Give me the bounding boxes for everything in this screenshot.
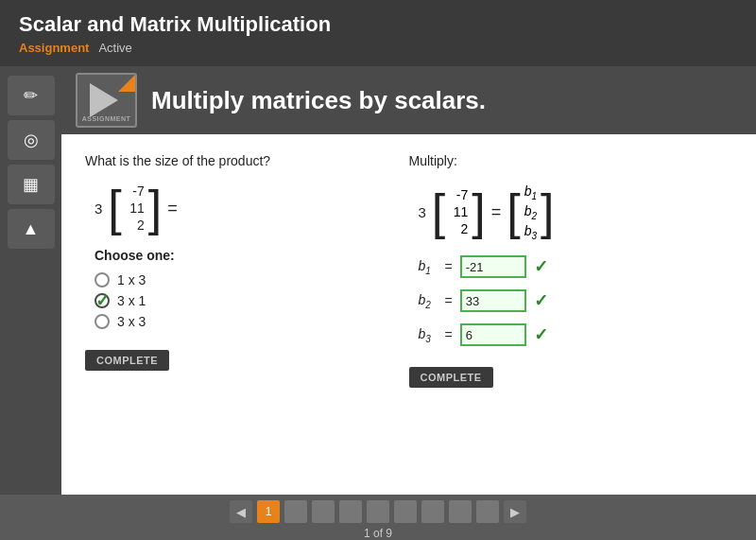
b3-label: b3 xyxy=(524,223,537,241)
page-title: Scalar and Matrix Multiplication xyxy=(19,12,331,37)
left-problem: What is the size of the product? 3 [ -7 … xyxy=(85,153,409,482)
choice-row-3[interactable]: 3 x 3 xyxy=(94,314,409,329)
right-matrix-bracket: [ -7 11 2 ] xyxy=(432,183,486,240)
b-matrix-values: b1 b2 b3 xyxy=(521,180,541,244)
b2-input[interactable] xyxy=(460,289,526,312)
right-problem: Multiply: 3 [ -7 11 2 ] = [ b1 xyxy=(409,153,733,482)
multiply-expression: 3 [ -7 11 2 ] = [ b1 b2 b3 xyxy=(419,180,733,244)
top-bar: Scalar and Matrix Multiplication Assignm… xyxy=(0,0,756,66)
choices-container: Choose one: 1 x 3 ✓ 3 x 1 3 x 3 xyxy=(94,248,409,329)
prev-page-button[interactable]: ◀ xyxy=(230,500,252,523)
b3-check-icon: ✓ xyxy=(534,324,548,345)
left-bracket: [ xyxy=(108,183,121,233)
b-matrix-bracket: [ b1 b2 b3 ] xyxy=(507,180,554,244)
page-1-button[interactable]: 1 xyxy=(257,500,280,523)
page-8-button[interactable] xyxy=(449,500,472,523)
choice-label-3x3: 3 x 3 xyxy=(117,314,146,329)
right-complete-button[interactable]: COMPLETE xyxy=(409,367,493,388)
right-matrix-values: -7 11 2 xyxy=(445,183,472,240)
b1-equals: = xyxy=(445,259,453,274)
edit-button[interactable]: ✏ xyxy=(8,76,55,115)
page-indicator: 1 of 9 xyxy=(364,527,392,540)
sidebar: ✏ ◎ ▦ ▲ xyxy=(0,66,61,540)
b2-equals: = xyxy=(445,293,453,308)
b3-input-row: b3 = ✓ xyxy=(419,323,733,346)
b1-input-label: b1 xyxy=(419,258,438,276)
assignment-icon-label: ASSIGNMENT xyxy=(82,115,131,122)
radio-check: ✓ xyxy=(95,290,110,311)
top-bar-text: Scalar and Matrix Multiplication Assignm… xyxy=(19,12,331,55)
page-6-button[interactable] xyxy=(394,500,417,523)
choice-row-1[interactable]: 1 x 3 xyxy=(94,272,409,287)
bottom-navigation: ◀ 1 ▶ 1 of 9 xyxy=(0,495,756,540)
banner-title: Multiply matrices by scalars. xyxy=(151,86,486,115)
b1-label: b1 xyxy=(524,183,537,201)
b3-input[interactable] xyxy=(460,323,526,346)
page-4-button[interactable] xyxy=(339,500,362,523)
b1-input-row: b1 = ✓ xyxy=(419,255,733,278)
choice-header: Choose one: xyxy=(94,248,409,263)
b2-input-label: b2 xyxy=(419,292,438,310)
page-3-button[interactable] xyxy=(312,500,335,523)
audio-button[interactable]: ◎ xyxy=(8,120,55,160)
matrix-expression: 3 [ -7 11 2 ] = xyxy=(94,180,409,236)
question-label: What is the size of the product? xyxy=(85,153,409,168)
matrix-values: -7 11 2 xyxy=(122,180,148,236)
next-page-button[interactable]: ▶ xyxy=(504,500,526,523)
equals-sign: = xyxy=(167,199,178,218)
b2-input-row: b2 = ✓ xyxy=(419,289,733,312)
matrix-bracket: [ -7 11 2 ] xyxy=(108,180,162,236)
right-val-2: 11 xyxy=(449,204,468,219)
choice-row-2[interactable]: ✓ 3 x 1 xyxy=(94,293,409,308)
page-5-button[interactable] xyxy=(367,500,389,523)
content-area: What is the size of the product? 3 [ -7 … xyxy=(61,134,756,501)
b1-input[interactable] xyxy=(460,255,526,278)
multiply-label: Multiply: xyxy=(409,153,733,168)
b-right-bracket: ] xyxy=(541,187,554,236)
right-val-3: 2 xyxy=(449,221,468,236)
radio-1x3[interactable] xyxy=(94,272,110,287)
b-left-bracket: [ xyxy=(507,187,520,236)
left-complete-button[interactable]: COMPLETE xyxy=(85,350,169,371)
right-bracket: ] xyxy=(148,183,162,233)
matrix-val-3: 2 xyxy=(126,218,145,233)
scalar-value: 3 xyxy=(94,200,102,217)
page-2-button[interactable] xyxy=(284,500,307,523)
right-val-1: -7 xyxy=(449,187,468,202)
b2-check-icon: ✓ xyxy=(534,290,548,311)
right-left-bracket: [ xyxy=(432,187,445,236)
radio-3x3[interactable] xyxy=(94,314,110,329)
b2-label: b2 xyxy=(524,203,537,221)
active-label: Active xyxy=(98,41,131,55)
right-scalar: 3 xyxy=(419,204,426,220)
b3-equals: = xyxy=(445,327,453,342)
right-equals: = xyxy=(491,202,502,222)
b3-input-label: b3 xyxy=(419,326,438,344)
assignment-icon-box: ASSIGNMENT xyxy=(76,73,137,128)
matrix-val-1: -7 xyxy=(126,183,145,199)
calculator-button[interactable]: ▦ xyxy=(8,165,55,204)
right-right-bracket: ] xyxy=(472,187,485,236)
radio-3x1[interactable]: ✓ xyxy=(94,293,110,308)
matrix-val-2: 11 xyxy=(126,200,145,216)
choice-label-3x1: 3 x 1 xyxy=(117,293,146,308)
submit-button[interactable]: ▲ xyxy=(8,209,55,249)
page-9-button[interactable] xyxy=(476,500,499,523)
page-7-button[interactable] xyxy=(421,500,444,523)
b1-check-icon: ✓ xyxy=(534,256,548,277)
choice-label-1x3: 1 x 3 xyxy=(117,272,146,287)
main-content: ASSIGNMENT Multiply matrices by scalars.… xyxy=(61,66,756,501)
header-banner: ASSIGNMENT Multiply matrices by scalars. xyxy=(61,66,756,134)
assignment-label: Assignment xyxy=(19,41,89,55)
